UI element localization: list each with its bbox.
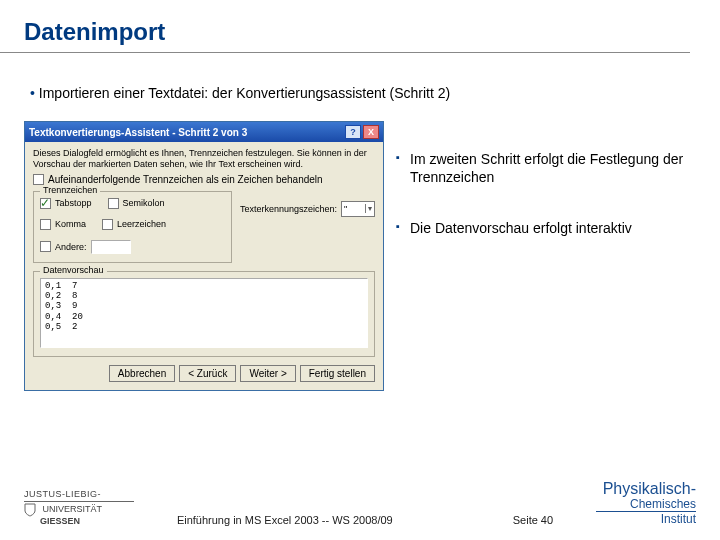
delim-group-label: Trennzeichen xyxy=(40,185,100,195)
footer-center: Einführung in MS Excel 2003 -- WS 2008/0… xyxy=(177,514,393,526)
space-checkbox[interactable] xyxy=(102,219,113,230)
consecutive-label: Aufeinanderfolgende Trennzeichen als ein… xyxy=(48,174,323,185)
dialog-titlebar[interactable]: Textkonvertierungs-Assistent - Schritt 2… xyxy=(25,122,383,142)
comma-label: Komma xyxy=(55,219,86,229)
preview-group-label: Datenvorschau xyxy=(40,265,107,275)
semicolon-checkbox[interactable] xyxy=(108,198,119,209)
qualifier-value: " xyxy=(344,204,347,214)
dialog-explain: Dieses Dialogfeld ermöglicht es Ihnen, T… xyxy=(33,148,375,170)
dialog-title: Textkonvertierungs-Assistent - Schritt 2… xyxy=(29,127,247,138)
main-bullet: Importieren einer Textdatei: der Konvert… xyxy=(30,85,696,101)
pci-line3: Institut xyxy=(596,513,696,526)
tab-checkbox[interactable] xyxy=(40,198,51,209)
uni-logo-line2: UNIVERSITÄT xyxy=(43,504,103,514)
pci-line1: Physikalisch- xyxy=(596,481,696,498)
uni-logo: JUSTUS-LIEBIG- UNIVERSITÄT GIESSEN xyxy=(24,490,134,526)
uni-logo-line1: JUSTUS-LIEBIG- xyxy=(24,490,134,499)
next-button[interactable]: Weiter > xyxy=(240,365,295,382)
wizard-dialog: Textkonvertierungs-Assistent - Schritt 2… xyxy=(24,121,384,391)
page-number: Seite 40 xyxy=(513,514,553,526)
other-checkbox[interactable] xyxy=(40,241,51,252)
close-icon[interactable]: X xyxy=(363,125,379,139)
uni-logo-line3: GIESSEN xyxy=(24,517,134,526)
back-button[interactable]: < Zurück xyxy=(179,365,236,382)
finish-button[interactable]: Fertig stellen xyxy=(300,365,375,382)
pci-line2: Chemisches xyxy=(596,498,696,511)
cancel-button[interactable]: Abbrechen xyxy=(109,365,175,382)
other-label: Andere: xyxy=(55,242,87,252)
slide-title: Datenimport xyxy=(0,0,690,53)
tab-label: Tabstopp xyxy=(55,198,92,208)
qualifier-combo[interactable]: " ▾ xyxy=(341,201,375,217)
other-input[interactable] xyxy=(91,240,131,254)
chevron-down-icon: ▾ xyxy=(365,204,372,213)
space-label: Leerzeichen xyxy=(117,219,166,229)
help-icon[interactable]: ? xyxy=(345,125,361,139)
pci-logo: Physikalisch- Chemisches Institut xyxy=(596,481,696,526)
data-preview: 0,1 7 0,2 8 0,3 9 0,4 20 0,5 2 xyxy=(40,278,368,348)
consecutive-checkbox[interactable] xyxy=(33,174,44,185)
footer: JUSTUS-LIEBIG- UNIVERSITÄT GIESSEN Einfü… xyxy=(0,481,720,526)
note-2: Die Datenvorschau erfolgt interaktiv xyxy=(396,220,696,238)
note-1: Im zweiten Schritt erfolgt die Festlegun… xyxy=(396,151,696,186)
comma-checkbox[interactable] xyxy=(40,219,51,230)
semicolon-label: Semikolon xyxy=(123,198,165,208)
qualifier-label: Texterkennungszeichen: xyxy=(240,204,337,214)
shield-icon xyxy=(24,503,36,517)
slide-body: Importieren einer Textdatei: der Konvert… xyxy=(0,53,720,391)
